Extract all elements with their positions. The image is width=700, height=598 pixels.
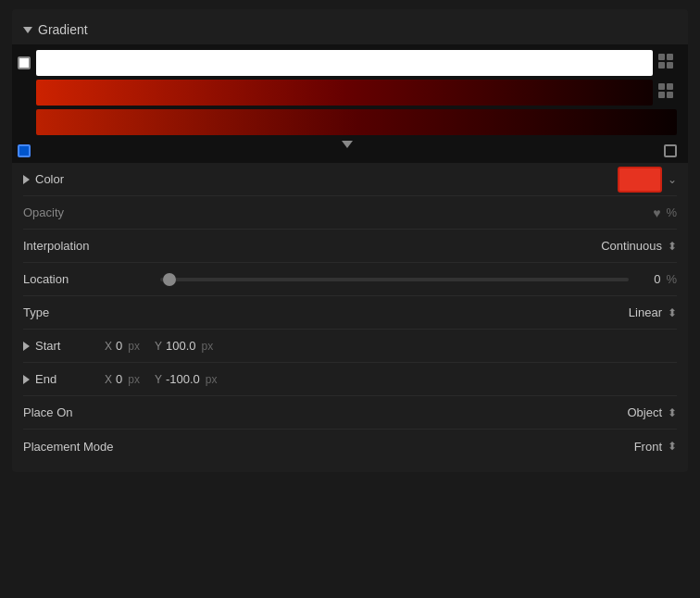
- place-on-label: Place On: [23, 405, 153, 419]
- color-expand-icon[interactable]: [23, 175, 30, 184]
- section-header: Gradient: [12, 19, 688, 44]
- placement-mode-row: Placement Mode Front ⬍: [23, 430, 677, 463]
- start-x-value[interactable]: 0: [116, 339, 122, 353]
- red-gradient-bar[interactable]: [36, 80, 653, 106]
- location-row: Location 0 %: [23, 263, 677, 296]
- end-x-unit: px: [128, 373, 140, 386]
- collapse-icon[interactable]: [23, 27, 32, 33]
- start-row: Start X 0 px Y 100.0 px: [23, 330, 677, 363]
- end-x-value[interactable]: 0: [116, 372, 122, 386]
- placement-mode-stepper[interactable]: ⬍: [668, 440, 677, 453]
- stop-midpoint[interactable]: [342, 141, 353, 148]
- end-y-axis: Y: [155, 373, 162, 386]
- interpolation-value: Continuous ⬍: [160, 239, 677, 253]
- opacity-value: ♥ %: [160, 206, 677, 220]
- start-y-value[interactable]: 100.0: [166, 339, 196, 353]
- color-swatch[interactable]: [618, 167, 662, 193]
- end-expand-icon[interactable]: [23, 375, 30, 384]
- start-y-unit: px: [202, 340, 214, 353]
- type-label: Type: [23, 305, 153, 319]
- grid-icon-white[interactable]: [658, 54, 677, 72]
- grid-icon-red[interactable]: [658, 83, 677, 102]
- white-bar-row: [12, 48, 688, 78]
- interpolation-stepper[interactable]: ⬍: [668, 240, 677, 253]
- opacity-heart-icon: ♥: [653, 206, 660, 220]
- color-row: Color ⌄: [23, 163, 677, 196]
- place-on-row: Place On Object ⬍: [23, 396, 677, 430]
- location-number[interactable]: 0: [642, 272, 660, 286]
- stops-row: [18, 139, 677, 159]
- location-slider-track[interactable]: [160, 278, 629, 281]
- location-slider-container: [160, 278, 629, 281]
- start-x-axis: X: [105, 340, 112, 353]
- color-label: Color: [23, 172, 153, 186]
- location-slider-thumb[interactable]: [163, 273, 176, 286]
- interpolation-row: Interpolation Continuous ⬍: [23, 230, 677, 263]
- section-title: Gradient: [38, 22, 88, 37]
- opacity-row: Opacity ♥ %: [23, 196, 677, 230]
- location-value: 0 %: [160, 272, 677, 286]
- red-gradient-bar2[interactable]: [36, 109, 677, 135]
- type-row: Type Linear ⬍: [23, 296, 677, 330]
- color-dropdown-icon[interactable]: ⌄: [668, 173, 677, 186]
- start-label: Start: [23, 339, 97, 353]
- stop-handle-right[interactable]: [664, 144, 677, 157]
- type-stepper[interactable]: ⬍: [668, 306, 677, 319]
- end-x-axis: X: [105, 373, 112, 386]
- placement-mode-label: Placement Mode: [23, 440, 153, 454]
- color-value: ⌄: [160, 167, 677, 193]
- type-value: Linear ⬍: [160, 305, 677, 319]
- opacity-label: Opacity: [23, 206, 153, 219]
- properties-section: Color ⌄ Opacity ♥ % Interpolation Contin…: [12, 163, 688, 463]
- interpolation-label: Interpolation: [23, 239, 153, 253]
- end-row: End X 0 px Y -100.0 px: [23, 363, 677, 396]
- start-y-axis: Y: [155, 340, 162, 353]
- end-y-unit: px: [206, 373, 218, 386]
- stop-handle-white[interactable]: [18, 56, 31, 69]
- location-label: Location: [23, 272, 153, 286]
- end-y-value[interactable]: -100.0: [166, 372, 200, 386]
- opacity-percent: %: [666, 206, 677, 219]
- start-expand-icon[interactable]: [23, 342, 30, 351]
- red-bar2-row: [12, 107, 688, 137]
- place-on-value: Object ⬍: [160, 405, 677, 419]
- white-gradient-bar[interactable]: [36, 50, 653, 76]
- placement-mode-value: Front ⬍: [160, 440, 677, 454]
- start-x-unit: px: [128, 340, 140, 353]
- red-bar-row: [12, 78, 688, 107]
- gradient-bars-area: [12, 44, 688, 163]
- end-label: End: [23, 372, 97, 386]
- gradient-panel: Gradient: [12, 9, 688, 472]
- location-percent: %: [666, 272, 677, 286]
- place-on-stepper[interactable]: ⬍: [668, 406, 677, 419]
- stop-handle-blue[interactable]: [18, 144, 31, 157]
